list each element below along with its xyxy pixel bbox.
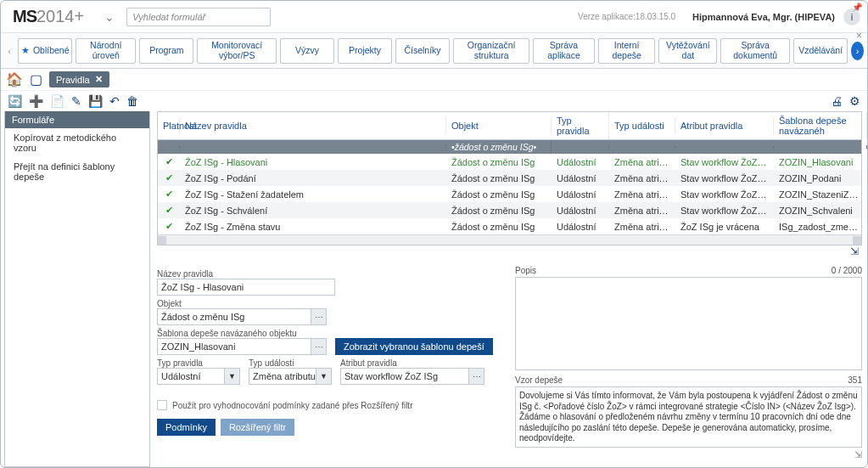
checkbox-icon[interactable] xyxy=(157,400,167,410)
col-typ-pravidla[interactable]: Typ pravidla xyxy=(552,112,609,139)
ribbon-tab-favorites[interactable]: ★Oblíbené xyxy=(18,38,72,64)
label-sablona: Šablona depeše navázaného objektu xyxy=(157,329,505,338)
label-objekt: Objekt xyxy=(157,299,505,308)
field-popis[interactable] xyxy=(515,277,862,370)
check-icon: ✔ xyxy=(158,170,180,186)
zobrazit-sablonu-button[interactable]: Zobrazit vybranou šablonu depeší xyxy=(335,338,493,355)
cell-typ-pravidla: Událostní xyxy=(552,203,609,218)
field-atribut[interactable]: Stav workflow ŽoZ ISg⋯ xyxy=(340,368,484,385)
picker-icon[interactable]: ⋯ xyxy=(311,309,326,324)
table-row[interactable]: ✔ŽoZ ISg - PodáníŽádost o změnu ISgUdálo… xyxy=(158,170,861,186)
ribbon-tab-vyzvy[interactable]: Výzvy xyxy=(280,38,334,64)
sidebar-item-prejit[interactable]: Přejít na definici šablony depeše xyxy=(5,157,149,186)
table-row[interactable]: ✔ŽoZ ISg - Stažení žadatelemŽádost o změ… xyxy=(158,186,861,202)
picker-icon[interactable]: ⋯ xyxy=(311,339,326,354)
ribbon-tab-monitorovaci[interactable]: Monitorovací výbor/PS xyxy=(197,38,277,64)
field-sablona[interactable]: ZOZIN_Hlasovani⋯ xyxy=(157,338,327,355)
ribbon-tab-interni-depese[interactable]: Interní depeše xyxy=(598,38,656,64)
label-atribut: Atribut pravidla xyxy=(340,358,484,368)
ribbon-tab-projekty[interactable]: Projekty xyxy=(338,38,392,64)
edit-icon[interactable]: ✎ xyxy=(71,94,81,108)
ribbon-tab-sprava-aplikace[interactable]: Správa aplikace xyxy=(533,38,595,64)
grid-body: ✔ŽoZ ISg - HlasovaniŽádost o změnu ISgUd… xyxy=(158,154,861,234)
field-typ-pravidla[interactable]: Událostní▼ xyxy=(157,368,240,385)
delete-icon[interactable]: 🗑 xyxy=(126,94,138,108)
cell-sablona: ZOZIN_Schvaleni xyxy=(774,203,867,218)
grid-horizontal-scrollbar[interactable] xyxy=(158,234,861,245)
expand-down-icon[interactable]: ⇲ xyxy=(515,449,862,460)
rozsireny-filtr-button[interactable]: Rozšířený filtr xyxy=(221,419,294,436)
vzor-counter: 351 xyxy=(848,375,862,385)
cell-typ-udalosti: Změna atributu xyxy=(609,203,675,218)
cell-nazev: ŽoZ ISg - Schválení xyxy=(180,203,446,218)
sidebar-item-kopirovat[interactable]: Kopírovat z metodického vzoru xyxy=(5,128,149,157)
ribbon-tab-narodni[interactable]: Národní úroveň xyxy=(76,38,136,64)
label-vzor: Vzor depeše xyxy=(515,375,563,385)
print-icon[interactable]: 🖨 xyxy=(831,94,843,108)
search-placeholder: Vyhledat formulář xyxy=(132,12,205,22)
label-nazev: Název pravidla xyxy=(157,269,505,279)
ribbon-tab-vzdelavani[interactable]: Vzdělávání xyxy=(793,38,848,64)
col-objekt[interactable]: Objekt xyxy=(446,117,552,134)
cell-sablona: ZOZIN_Hlasovani xyxy=(774,155,867,170)
cell-nazev: ŽoZ ISg - Podání xyxy=(180,171,446,186)
field-nazev[interactable]: ŽoZ ISg - Hlasovani xyxy=(157,279,335,296)
col-platnost[interactable]: Platnost xyxy=(158,117,180,134)
label-typ-udalosti: Typ události xyxy=(249,358,332,368)
chevron-down-icon[interactable]: ▼ xyxy=(316,369,331,384)
ribbon-tab-sprava-dokumentu[interactable]: Správa dokumentů xyxy=(720,38,790,64)
close-ribbon-icon[interactable]: × xyxy=(856,30,862,42)
main-area: Formuláře Kopírovat z metodického vzoru … xyxy=(1,111,867,467)
version-label: Verze aplikace:18.03.15.0 xyxy=(578,12,675,21)
podminky-button[interactable]: Podmínky xyxy=(157,419,216,436)
gear-icon[interactable]: ⚙ xyxy=(849,94,860,108)
logo-dropdown-icon[interactable]: ⌄ xyxy=(104,10,115,24)
grid-header-row: Platnost Název pravidla Objekt Typ pravi… xyxy=(158,112,861,140)
copy-icon[interactable]: 📄 xyxy=(50,94,64,108)
label-typ-pravidla: Typ pravidla xyxy=(157,358,240,368)
add-icon[interactable]: ➕ xyxy=(29,94,43,108)
table-row[interactable]: ✔ŽoZ ISg - HlasovaniŽádost o změnu ISgUd… xyxy=(158,154,861,170)
refresh-icon[interactable]: 🔄 xyxy=(8,94,22,108)
cell-nazev: ŽoZ ISg - Stažení žadatelem xyxy=(180,187,446,202)
ribbon-tab-ciselniky[interactable]: Číselníky xyxy=(395,38,450,64)
save-icon[interactable]: 💾 xyxy=(88,94,103,108)
undo-icon[interactable]: ↶ xyxy=(109,94,120,108)
ribbon-scroll-left-icon[interactable]: ‹ xyxy=(4,38,14,64)
search-input[interactable]: Vyhledat formulář xyxy=(126,8,271,26)
col-sablona[interactable]: Šablona depeše navázanéh xyxy=(774,112,867,139)
grid-expand-icon[interactable]: ⇲ xyxy=(157,245,862,257)
grid-filter-row[interactable]: •žádost o změnu ISg• xyxy=(158,140,861,154)
pin-icon[interactable]: 📌 xyxy=(852,3,862,12)
field-objekt[interactable]: Žádost o změnu ISg⋯ xyxy=(157,308,327,325)
col-nazev[interactable]: Název pravidla xyxy=(180,117,446,134)
breadcrumb-tab-pravidla[interactable]: Pravidla ✕ xyxy=(49,71,109,87)
star-icon: ★ xyxy=(21,46,30,56)
chevron-down-icon[interactable]: ▼ xyxy=(224,369,239,384)
table-row[interactable]: ✔ŽoZ ISg - Změna stavuŽádost o změnu ISg… xyxy=(158,218,861,234)
app-logo: MS2014+ xyxy=(13,7,84,26)
cell-typ-udalosti: Změna atributu xyxy=(609,171,675,186)
top-bar: MS2014+ ⌄ Vyhledat formulář Verze aplika… xyxy=(1,1,867,33)
new-doc-icon[interactable]: ▢ xyxy=(30,71,42,87)
home-icon[interactable]: 🏠 xyxy=(6,71,23,87)
close-tab-icon[interactable]: ✕ xyxy=(95,74,103,85)
col-atribut[interactable]: Atribut pravidla xyxy=(675,117,774,134)
cell-typ-pravidla: Událostní xyxy=(552,171,609,186)
ribbon-tab-program[interactable]: Program xyxy=(139,38,193,64)
ribbon-tab-vytezovani[interactable]: Vytěžování dat xyxy=(658,38,717,64)
cell-sablona: ZOZIN_Podani xyxy=(774,171,867,186)
col-typ-udalosti[interactable]: Typ události xyxy=(609,117,675,134)
cell-objekt: Žádost o změnu ISg xyxy=(446,219,552,234)
filter-objekt[interactable]: •žádost o změnu ISg• xyxy=(446,140,552,154)
table-row[interactable]: ✔ŽoZ ISg - SchváleníŽádost o změnu ISgUd… xyxy=(158,202,861,218)
sidebar: Formuláře Kopírovat z metodického vzoru … xyxy=(4,111,150,467)
field-typ-udalosti[interactable]: Změna atributu▼ xyxy=(249,368,332,385)
picker-icon[interactable]: ⋯ xyxy=(468,369,484,384)
checkbox-rozsireny-filtr[interactable]: Použít pro vyhodnocování podmínky zadané… xyxy=(157,400,505,410)
breadcrumb-bar: 🏠 ▢ Pravidla ✕ xyxy=(1,69,867,91)
ribbon-scroll-right-icon[interactable]: › xyxy=(851,42,864,60)
ribbon-tab-organizacni[interactable]: Organizační struktura xyxy=(453,38,529,64)
field-vzor-depese[interactable]: Dovolujeme si Vás tímto informovat, že V… xyxy=(515,386,862,448)
check-icon: ✔ xyxy=(158,218,180,234)
